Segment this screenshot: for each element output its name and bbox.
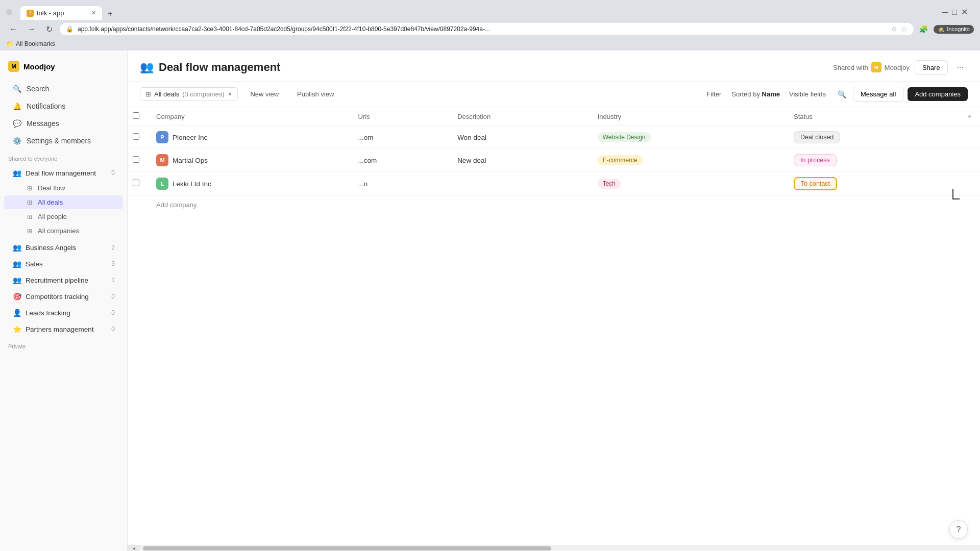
company-cell[interactable]: L Lekki Ltd Inc	[148, 172, 350, 196]
bookmark-icon[interactable]: ☆	[901, 25, 908, 33]
group-header-partners[interactable]: ⭐ Partners management 0	[4, 321, 123, 337]
new-tab-button[interactable]: +	[104, 8, 116, 20]
add-companies-button[interactable]: Add companies	[908, 87, 968, 101]
notifications-icon: 🔔	[12, 102, 21, 110]
share-button[interactable]: Share	[915, 60, 948, 75]
help-button[interactable]: ?	[949, 520, 968, 539]
reload-button[interactable]: ↻	[43, 23, 56, 35]
close-window-button[interactable]: ✕	[961, 7, 968, 17]
description-cell[interactable]: Won deal	[449, 126, 590, 149]
group-header-sales[interactable]: 👥 Sales 3	[4, 256, 123, 271]
row-checkbox[interactable]	[133, 133, 139, 140]
add-company-checkbox-cell	[128, 196, 148, 214]
col-header-industry: Industry	[590, 107, 786, 126]
group-header-recruitment[interactable]: 👥 Recruitment pipeline 1	[4, 272, 123, 288]
shared-with-info: Shared with M Moodjoy	[833, 62, 910, 72]
add-company-cell[interactable]: Add company	[148, 196, 980, 214]
maximize-button[interactable]: □	[952, 8, 957, 17]
brand-header[interactable]: M Moodjoy	[0, 57, 127, 80]
scrollbar-thumb[interactable]	[143, 546, 551, 550]
status-tag[interactable]: In process	[794, 154, 837, 166]
url-cell[interactable]: ...n	[350, 172, 450, 196]
all-people-icon: ⊞	[26, 213, 34, 220]
competitors-count: 0	[111, 293, 115, 300]
group-header-deal-flow-management[interactable]: 👥 Deal flow management 0	[4, 165, 123, 181]
deal-flow-children: ⊞ Deal flow ⊞ All deals ⊞ All people ⊞ A…	[0, 181, 127, 238]
sidebar-item-all-deals[interactable]: ⊞ All deals	[4, 195, 123, 209]
company-avatar: M	[156, 154, 168, 166]
sidebar-item-all-companies[interactable]: ⊞ All companies	[4, 224, 123, 238]
url-cell[interactable]: ...com	[350, 149, 450, 172]
status-tag[interactable]: Deal closed	[794, 131, 840, 143]
leads-label: Leads tracking	[26, 309, 107, 317]
page-header: 👥 Deal flow management Shared with M Moo…	[128, 51, 980, 82]
industry-cell[interactable]: E-commerce	[590, 149, 786, 172]
view-label: All deals	[154, 90, 179, 98]
industry-cell[interactable]: Website Design	[590, 126, 786, 149]
forward-nav-button[interactable]: →	[24, 23, 39, 35]
row-checkbox[interactable]	[133, 180, 139, 186]
message-all-button[interactable]: Message all	[853, 87, 903, 102]
tab-close-button[interactable]: ✕	[91, 10, 96, 16]
view-selector[interactable]: ⊞ All deals (3 companies) ▼	[140, 87, 238, 101]
group-header-leads[interactable]: 👤 Leads tracking 0	[4, 305, 123, 320]
new-view-button[interactable]: New view	[244, 88, 285, 101]
sidebar-item-deal-flow[interactable]: ⊞ Deal flow	[4, 181, 123, 195]
description-cell[interactable]	[449, 172, 590, 196]
page-title-icon: 👥	[140, 61, 154, 74]
sidebar-item-messages[interactable]: 💬 Messages	[4, 115, 123, 132]
table-row[interactable]: P Pioneer Inc ...om Won deal Website Des…	[128, 126, 980, 149]
view-grid-icon: ⊞	[145, 90, 151, 98]
row-checkbox[interactable]	[133, 156, 139, 163]
group-header-competitors[interactable]: 🎯 Competitors tracking 0	[4, 289, 123, 304]
sidebar: M Moodjoy 🔍 Search 🔔 Notifications 💬 Mes…	[0, 51, 128, 551]
messages-label: Messages	[27, 119, 59, 128]
ssl-lock-icon: 🔒	[66, 26, 74, 33]
all-companies-icon: ⊞	[26, 228, 34, 235]
deal-flow-label: Deal flow	[38, 184, 65, 192]
extensions-button[interactable]: 🧩	[918, 23, 929, 35]
company-cell[interactable]: M Martial Ops	[148, 149, 350, 172]
company-cell[interactable]: P Pioneer Inc	[148, 126, 350, 149]
competitors-icon: 🎯	[12, 292, 21, 300]
url-cell[interactable]: ...om	[350, 126, 450, 149]
table-row[interactable]: L Lekki Ltd Inc ...n Tech To contact	[128, 172, 980, 196]
toolbar: ⊞ All deals (3 companies) ▼ New view Pub…	[128, 82, 980, 107]
sidebar-item-notifications[interactable]: 🔔 Notifications	[4, 98, 123, 114]
add-company-row[interactable]: Add company	[128, 196, 980, 214]
group-header-business-angels[interactable]: 👥 Business Angels 2	[4, 240, 123, 255]
toolbar-right: Filter Sorted by Name Visible fields 🔍 M…	[700, 87, 968, 102]
search-icon: 🔍	[12, 85, 21, 93]
col-header-add[interactable]: +	[964, 107, 980, 126]
sidebar-item-search[interactable]: 🔍 Search	[4, 81, 123, 97]
sidebar-item-all-people[interactable]: ⊞ All people	[4, 210, 123, 223]
industry-cell[interactable]: Tech	[590, 172, 786, 196]
view-count: (3 companies)	[182, 90, 224, 98]
visible-fields-button[interactable]: Visible fields	[784, 88, 831, 101]
shared-avatar: M	[871, 62, 881, 72]
minimize-button[interactable]: ─	[942, 8, 948, 17]
sidebar-item-settings[interactable]: ⚙️ Settings & members	[4, 133, 123, 149]
scrollbar-track[interactable]	[128, 545, 980, 551]
publish-view-button[interactable]: Publish view	[291, 88, 340, 101]
active-tab[interactable]: f folk - app ✕	[20, 6, 102, 20]
horizontal-scrollbar[interactable]: ◂	[128, 545, 980, 551]
brand-icon: M	[8, 61, 19, 72]
address-bar[interactable]: 🔒 app.folk.app/apps/contacts/network/cca…	[60, 23, 914, 35]
table-container: Company Urls Description Industry Status	[128, 107, 980, 545]
table-row[interactable]: M Martial Ops ...com New deal E-commerce…	[128, 149, 980, 172]
page-title: Deal flow management	[159, 61, 280, 74]
more-options-button[interactable]: ···	[953, 60, 968, 75]
status-cell[interactable]: Deal closed	[786, 126, 964, 149]
filter-button[interactable]: Filter	[700, 88, 727, 101]
description-cell[interactable]: New deal	[449, 149, 590, 172]
table-search-button[interactable]: 🔍	[835, 88, 849, 101]
back-nav-button[interactable]: ←	[6, 23, 20, 35]
status-tag[interactable]: To contact	[794, 177, 837, 190]
status-cell[interactable]: In process	[786, 149, 964, 172]
back-button[interactable]	[6, 9, 12, 15]
brand-name: Moodjoy	[23, 62, 55, 71]
status-cell[interactable]: To contact	[786, 172, 964, 196]
col-header-description: Description	[449, 107, 590, 126]
select-all-checkbox[interactable]	[133, 112, 139, 119]
